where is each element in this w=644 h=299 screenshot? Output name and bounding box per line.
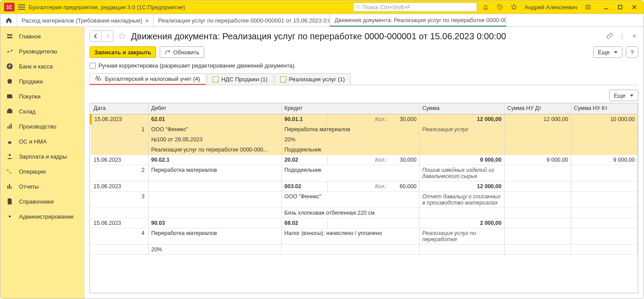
favorite-star-icon[interactable] xyxy=(117,31,127,42)
table-row[interactable]: 15.06.202362.0190.01.1Кол.: 30,00012 000… xyxy=(91,114,638,124)
sidebar-item[interactable]: ₽Банк и касса xyxy=(0,59,84,74)
sidebar-item[interactable]: Продажи xyxy=(0,74,84,89)
close-window-button[interactable] xyxy=(629,3,640,11)
cell-kt-line xyxy=(281,244,419,254)
sidebar-item[interactable]: Зарплата и кадры xyxy=(0,149,84,164)
app-tab[interactable]: Расход материалов (Требования-накладные)… xyxy=(17,14,154,26)
table-subrow[interactable]: 2Переработка материаловПододеяльникПошив… xyxy=(91,165,638,181)
maximize-button[interactable] xyxy=(614,3,626,11)
doc-icon xyxy=(213,76,219,83)
cell-dt-line: Переработка материалов xyxy=(148,165,281,181)
app-tab[interactable]: Реализация услуг по переработке 0000-000… xyxy=(154,14,330,26)
table-subrow[interactable]: Бязь хлопковая отбеленная 220 см xyxy=(91,208,638,218)
sidebar-icon xyxy=(6,122,14,130)
inner-tab[interactable]: ДтКтБухгалтерский и налоговый учет (4) xyxy=(90,73,206,85)
table-row[interactable]: 15.06.2023003.02Кол.: 60,00012 000,00 xyxy=(91,181,638,191)
user-menu-icon[interactable] xyxy=(583,2,593,12)
sidebar-item[interactable]: Производство xyxy=(0,119,84,134)
home-tab[interactable] xyxy=(0,14,17,26)
cell-date: 15.06.2023 xyxy=(91,155,148,165)
col-debit[interactable]: Дебет xyxy=(148,103,281,114)
minimize-button[interactable] xyxy=(600,3,612,11)
sidebar-item[interactable]: Руководителю xyxy=(0,44,84,59)
table-subrow[interactable]: 1ООО "Феникс"Переработка материаловРеали… xyxy=(91,124,638,134)
cell-kt-qty: Кол.: 60,000 xyxy=(327,181,419,191)
col-credit[interactable]: Кредит xyxy=(281,103,419,114)
help-button[interactable]: ? xyxy=(626,46,638,58)
cell-dt-acc xyxy=(148,181,281,191)
col-nu-dt[interactable]: Сумма НУ Дт xyxy=(504,103,571,114)
user-name[interactable]: Андрей Алексеевич xyxy=(523,4,579,11)
table-row[interactable]: 15.06.202390.02.120.02Кол.: 30,0009 000,… xyxy=(91,155,638,165)
main-content: Движения документа: Реализация услуг по … xyxy=(84,27,644,299)
table-more-button[interactable]: Еще xyxy=(609,90,638,101)
table-subrow[interactable]: 4Переработка материаловНалог (взносы): н… xyxy=(91,228,638,244)
more-button[interactable]: Еще xyxy=(593,46,622,58)
menu-burger-icon[interactable] xyxy=(18,4,25,11)
svg-text:Дт: Дт xyxy=(7,169,10,171)
sidebar-item[interactable]: Покупки xyxy=(0,89,84,104)
sidebar: ГлавноеРуководителю₽Банк и кассаПродажиП… xyxy=(0,27,84,299)
history-icon[interactable] xyxy=(494,2,505,12)
search-input[interactable]: Поиск Ctrl+Shift+F xyxy=(353,3,477,11)
doc-icon xyxy=(280,76,286,83)
svg-rect-6 xyxy=(618,5,622,9)
cell-comment xyxy=(419,134,505,144)
cell-comment xyxy=(419,144,505,155)
sidebar-label: Продажи xyxy=(19,78,43,85)
table-header-row: Дата Дебет Кредит Сумма Сумма НУ Дт Сумм… xyxy=(91,103,638,114)
table-subrow[interactable]: 20% xyxy=(91,244,638,254)
table-subrow[interactable]: №100 от 29.05.202320% xyxy=(91,134,638,144)
col-sum[interactable]: Сумма xyxy=(419,103,505,114)
inner-tab[interactable]: НДС Продажи (1) xyxy=(207,73,273,85)
manual-correction-checkbox[interactable]: Ручная корректировка (разрешает редактир… xyxy=(90,62,638,69)
cell-kt-acc: 90.01.1 xyxy=(281,114,327,124)
sidebar-label: ОС и НМА xyxy=(19,138,47,145)
sidebar-item[interactable]: Главное xyxy=(0,29,84,44)
col-nu-kt[interactable]: Сумма НУ Кт xyxy=(571,103,637,114)
cell-rownum: 3 xyxy=(91,191,148,208)
close-page-button[interactable]: × xyxy=(630,32,638,40)
forward-button[interactable] xyxy=(101,31,113,42)
search-icon xyxy=(356,4,361,10)
save-close-button[interactable]: Записать и закрыть xyxy=(90,46,156,58)
sidebar-label: Покупки xyxy=(19,93,41,100)
sidebar-label: Банк и касса xyxy=(19,63,53,70)
sidebar-label: Операции xyxy=(19,168,46,175)
tab-close-icon[interactable]: × xyxy=(145,17,149,24)
sidebar-item[interactable]: Справочники xyxy=(0,194,84,209)
cell-nu-dt: 9 000,00 xyxy=(504,155,571,165)
link-icon[interactable] xyxy=(606,32,614,41)
table-row[interactable]: 15.06.202390.0368.022 000,00 xyxy=(91,218,638,228)
inner-tabs: ДтКтБухгалтерский и налоговый учет (4)НД… xyxy=(90,73,638,85)
cell-kt-line: Переработка материалов xyxy=(281,124,419,134)
cell-dt-line: №100 от 29.05.2023 xyxy=(148,134,281,144)
sidebar-icon: ДтКт xyxy=(6,167,14,175)
sidebar-item[interactable]: Отчеты xyxy=(0,179,84,194)
sidebar-item[interactable]: Администрирование xyxy=(0,209,84,224)
refresh-button[interactable]: Обновить xyxy=(160,46,204,58)
app-tab[interactable]: Движения документа: Реализация услуг по … xyxy=(330,14,506,26)
sidebar-item[interactable]: ОС и НМА xyxy=(0,134,84,149)
bell-icon[interactable] xyxy=(480,2,491,12)
app-title: Бухгалтерия предприятия, редакция 3.0 (1… xyxy=(29,4,185,11)
cell-kt-qty: Кол.: 30,000 xyxy=(327,155,419,165)
kebab-icon[interactable]: ⋮ xyxy=(618,32,626,41)
table-subrow[interactable]: Реализация услуг по переработке 0000-000… xyxy=(91,144,638,155)
sidebar-icon xyxy=(6,212,14,220)
cell-rownum: 2 xyxy=(91,165,148,181)
cell-rownum: 1 xyxy=(91,124,148,134)
cell-kt-line: Пододеяльник xyxy=(281,165,419,181)
sidebar-label: Администрирование xyxy=(19,213,74,220)
app-tabs: Расход материалов (Требования-накладные)… xyxy=(0,14,644,27)
col-date[interactable]: Дата xyxy=(91,103,148,114)
cell-dt-line: 20% xyxy=(148,244,281,254)
table-subrow[interactable]: 3ООО "Феникс"Отчет давальцу о списанных … xyxy=(91,191,638,208)
back-button[interactable] xyxy=(90,31,101,42)
inner-tab[interactable]: Реализация услуг (1) xyxy=(274,73,351,85)
accounting-grid[interactable]: Дата Дебет Кредит Сумма Сумма НУ Дт Сумм… xyxy=(90,103,638,293)
sidebar-item[interactable]: ДтКтОперации xyxy=(0,164,84,179)
cell-comment: Пошив швейных изделий из давальческого с… xyxy=(419,165,505,181)
sidebar-item[interactable]: Склад xyxy=(0,104,84,119)
star-icon[interactable] xyxy=(509,2,519,12)
